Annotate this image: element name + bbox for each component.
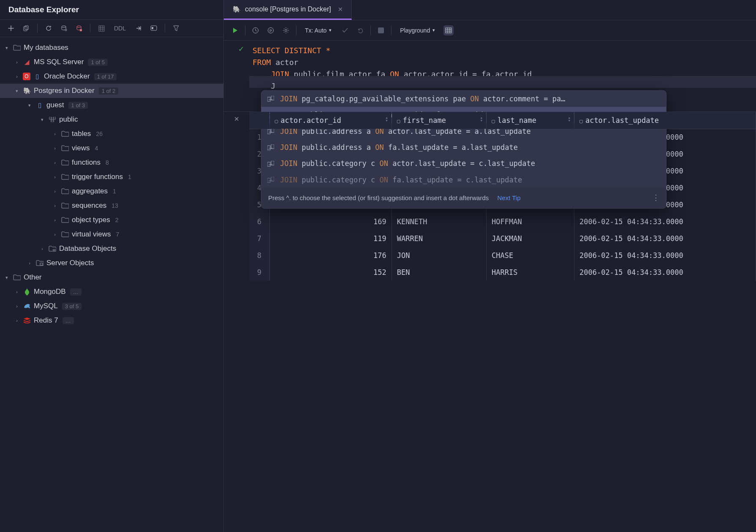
cancel-query-button[interactable] [376,25,386,35]
settings-button[interactable] [281,25,291,35]
chevron-right-icon: › [52,131,58,136]
tree-node-mongodb[interactable]: › MongoDB … [0,285,223,299]
tree-label: MongoDB [34,288,66,296]
more-options-icon[interactable]: ⋮ [652,192,659,204]
cell-last-update[interactable]: 2006-02-15 04:34:33.0000 [574,213,756,230]
autocomplete-item[interactable]: JOIN pg_catalog.pg_available_extensions … [261,91,666,107]
table-row[interactable]: 8176JONCHASE2006-02-15 04:34:33.0000 [249,247,756,264]
cell-first-name[interactable]: BEN [392,264,486,281]
jump-to-source-button[interactable] [133,23,144,33]
mssql-icon: ◢ [23,58,31,66]
tree-label: sequences [72,201,106,210]
next-tip-link[interactable]: Next Tip [497,194,520,201]
postgres-elephant-icon: 🐘 [23,87,31,95]
sort-icon[interactable]: ▴▾ [568,116,571,122]
row-number: 9 [249,264,269,281]
column-header-actor-id[interactable]: ▢actor.actor_id▴▾ [269,112,392,129]
cell-first-name[interactable]: JON [392,247,486,264]
column-header-last-update[interactable]: ▢actor.last_update [574,112,756,129]
tx-label: Tx: Auto [305,27,326,34]
tree-node-aggregates[interactable]: ›aggregates1 [0,184,223,198]
close-results-button[interactable]: ✕ [224,112,249,281]
tree-node-mssql[interactable]: › ◢ MS SQL Server 1 of 5 [0,55,223,69]
count-badge: 3 of 5 [62,303,82,310]
tree-node-sequences[interactable]: ›sequences13 [0,198,223,213]
sort-icon[interactable]: ▴▾ [385,116,388,122]
cell-actor-id[interactable]: 119 [269,230,392,247]
playground-label: Playground [400,27,430,34]
cell-last-name[interactable]: HARRIS [487,264,574,281]
tree-node-public-schema[interactable]: ▾ public [0,112,223,127]
table-row[interactable]: 9152BENHARRIS2006-02-15 04:34:33.0000 [249,264,756,281]
tree-node-functions[interactable]: ›functions8 [0,155,223,170]
sql-partial-input: J [271,81,275,90]
tree-node-other[interactable]: ▾ Other [0,270,223,285]
commit-button[interactable] [340,25,350,35]
ddl-button[interactable]: DDL [111,24,128,33]
duplicate-button[interactable] [21,23,31,33]
cell-last-name[interactable]: HOFFMAN [487,213,574,230]
autocomplete-item[interactable]: JOIN public.category c ON fa.last_update… [261,172,666,188]
sidebar-title: Database Explorer [0,0,223,20]
tree-node-tables[interactable]: ›tables26 [0,127,223,141]
tree-node-object-types[interactable]: ›object types2 [0,213,223,227]
tree-label: aggregates [72,187,108,195]
tree-node-postgres[interactable]: ▾ 🐘 Postgres in Docker 1 of 2 [0,84,223,98]
folder-icon [61,158,69,167]
tree-node-oracle[interactable]: › O ▯ Oracle Docker 1 of 17 [0,69,223,84]
chevron-right-icon: › [14,318,20,323]
tab-console[interactable]: 🐘 console [Postgres in Docker] ✕ [224,0,352,20]
cell-actor-id[interactable]: 176 [269,247,392,264]
sql-editor[interactable]: ✓ SELECT DISTINCT * FROM actor JOIN publ… [224,41,756,96]
cell-last-update[interactable]: 2006-02-15 04:34:33.0000 [574,247,756,264]
tree-node-server-objects[interactable]: › Server Objects [0,256,223,270]
tree-node-trigger-functions[interactable]: ›trigger functions1 [0,170,223,184]
rollback-button[interactable] [355,25,365,35]
playground-button[interactable]: Playground ▾ [397,25,438,35]
history-button[interactable] [250,25,261,35]
column-icon: ▢ [397,118,400,124]
chevron-down-icon: ▾ [39,117,46,122]
svg-rect-25 [267,146,270,150]
view-options-button[interactable] [149,23,159,33]
column-header-first-name[interactable]: ▢first_name▴▾ [392,112,486,129]
refresh-button[interactable] [44,23,54,33]
sync-button[interactable] [59,23,69,33]
table-row[interactable]: 6169KENNETHHOFFMAN2006-02-15 04:34:33.00… [249,213,756,230]
sort-icon[interactable]: ▴▾ [480,116,483,122]
transaction-mode-button[interactable]: Tx: Auto ▾ [302,25,335,35]
tree-label: Postgres in Docker [34,87,95,95]
redis-icon [23,316,31,325]
cell-last-name[interactable]: CHASE [487,247,574,264]
autocomplete-hint-bar: Press ^. to choose the selected (or firs… [261,188,666,208]
cell-last-name[interactable]: JACKMAN [487,230,574,247]
tree-node-guest-db[interactable]: ▾ ▯ guest 1 of 3 [0,98,223,112]
tree-node-my-databases[interactable]: ▾ My databases [0,41,223,55]
add-datasource-button[interactable] [6,23,16,33]
explain-plan-button[interactable]: P [266,25,276,35]
output-mode-button[interactable] [443,25,454,35]
run-button[interactable] [230,25,240,35]
cell-actor-id[interactable]: 169 [269,213,392,230]
tree-node-mysql[interactable]: › MySQL 3 of 5 [0,299,223,313]
suggestion-icon [267,128,275,134]
autocomplete-item[interactable]: JOIN public.address a ON fa.last_update … [261,139,666,155]
cell-first-name[interactable]: KENNETH [392,213,486,230]
cell-last-update[interactable]: 2006-02-15 04:34:33.0000 [574,230,756,247]
filter-button[interactable] [171,23,181,33]
table-row[interactable]: 7119WARRENJACKMAN2006-02-15 04:34:33.000… [249,230,756,247]
column-header-last-name[interactable]: ▢last_name▴▾ [487,112,574,129]
editor-content[interactable]: SELECT DISTINCT * FROM actor JOIN public… [249,41,756,96]
table-icon-button[interactable] [96,23,106,33]
tree-node-views[interactable]: ›views4 [0,141,223,155]
tree-node-redis[interactable]: › Redis 7 … [0,313,223,328]
stop-connection-button[interactable] [74,23,84,33]
tree-node-database-objects[interactable]: › Database Objects [0,242,223,256]
cell-first-name[interactable]: WARREN [392,230,486,247]
folder-icon [13,273,21,282]
cell-actor-id[interactable]: 152 [269,264,392,281]
cell-last-update[interactable]: 2006-02-15 04:34:33.0000 [574,264,756,281]
autocomplete-item[interactable]: JOIN public.category c ON actor.last_upd… [261,155,666,171]
tree-node-virtual-views[interactable]: ›virtual views7 [0,227,223,242]
close-tab-button[interactable]: ✕ [338,6,343,13]
